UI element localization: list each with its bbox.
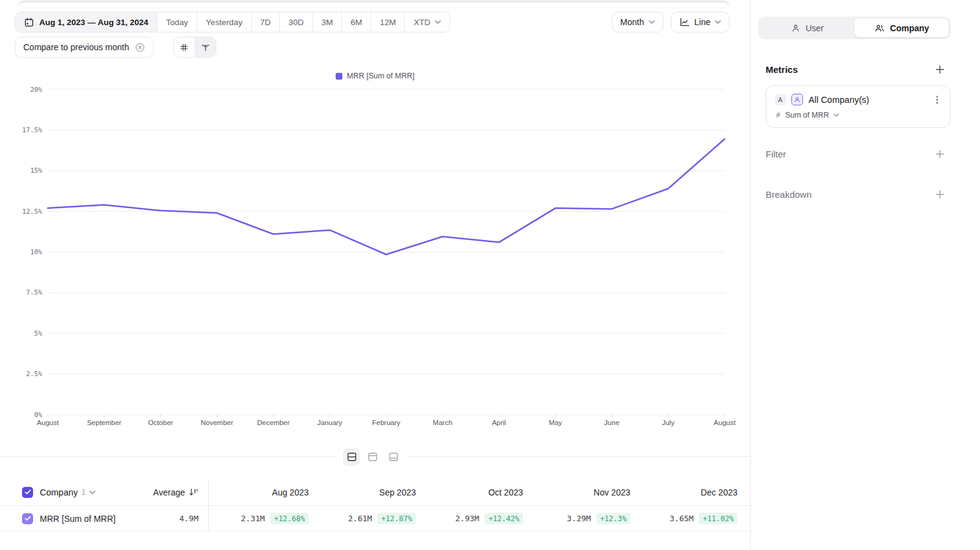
compare-chip[interactable]: Compare to previous month [15,37,154,58]
month-column-header[interactable]: Nov 2023 [530,479,638,505]
table-header-row: Company 1 Average Aug 2023S [0,479,750,506]
month-cell: 3.29M+12.3% [530,506,638,531]
grid-toggle-button[interactable] [174,37,195,57]
number-type-icon: # [776,111,780,119]
metrics-heading: Metrics [766,64,798,75]
filter-section-header: Filter [766,149,945,159]
layout-bottom-icon [388,452,399,462]
plus-icon [935,64,945,75]
average-header-label: Average [153,488,185,497]
add-metric-button[interactable] [935,64,945,75]
month-column-header[interactable]: Dec 2023 [638,479,745,505]
entity-count: 1 [81,488,86,497]
quick-range-3m[interactable]: 3M [313,12,342,32]
plus-icon [935,149,945,159]
chevron-down-icon [834,113,839,117]
date-range-button[interactable]: Aug 1, 2023 — Aug 31, 2024 [15,12,157,32]
config-sidebar: User Company Metrics A [750,0,980,550]
quick-range-6m[interactable]: 6M [342,12,371,32]
month-value: 2.93M [455,514,479,523]
quick-range-12m[interactable]: 12M [371,12,405,32]
aggregation-selector[interactable]: # Sum of MRR [775,111,941,119]
metric-name: All Company(s) [809,95,869,105]
series-checkbox[interactable] [22,513,33,524]
breakdown-heading: Breakdown [766,189,812,200]
layout-chart-only-button[interactable] [364,448,381,465]
add-breakdown-button[interactable] [935,189,945,200]
layout-split-icon [347,452,357,462]
month-headers: Aug 2023Sep 2023Oct 2023Nov 2023Dec 2023 [209,479,750,505]
series-row-label: MRR [Sum of MRR] [40,514,116,524]
delta-badge: +12.87% [377,513,416,524]
grid-icon [179,42,189,53]
chart-legend-item[interactable]: MRR [Sum of MRR] [336,72,414,80]
month-column-header[interactable]: Aug 2023 [209,479,316,505]
month-column-header[interactable]: Sep 2023 [316,479,423,505]
svg-text:17.5%: 17.5% [22,126,42,134]
quick-range-30d[interactable]: 30D [280,12,313,32]
company-avatar-icon [791,94,803,105]
metric-card[interactable]: A All Company(s) # Sum of MRR [766,85,951,128]
metrics-section-header: Metrics [766,64,945,75]
card-top-edge [18,2,728,7]
granularity-dropdown[interactable]: Month [612,12,663,32]
chart-option-toggles [173,37,216,58]
chevron-down-icon [715,20,721,24]
user-icon [791,23,801,33]
month-cell: 2.61M+12.87% [316,506,423,531]
month-cell: 2.93M+12.42% [423,506,530,531]
align-top-toggle-button[interactable] [195,37,216,57]
calendar-icon [24,17,34,28]
average-column-header[interactable]: Average [153,488,198,497]
svg-text:December: December [257,419,290,426]
tab-user[interactable]: User [760,18,854,37]
close-circle-icon[interactable] [135,42,145,53]
quick-range-7d[interactable]: 7D [252,12,280,32]
legend-label: MRR [Sum of MRR] [347,72,414,80]
month-value: 2.31M [241,514,265,523]
kebab-menu-icon[interactable] [933,95,941,105]
metric-card-header: A All Company(s) [775,94,941,105]
tab-company[interactable]: Company [854,18,949,37]
month-value: 3.29M [567,514,591,523]
svg-text:May: May [549,419,562,426]
month-column-header[interactable]: Oct 2023 [423,479,530,505]
quick-range-yesterday[interactable]: Yesterday [197,12,252,32]
chevron-down-icon [649,20,655,24]
layout-split-button[interactable] [343,448,360,465]
table-row-left: MRR [Sum of MRR] 4.9M [0,506,209,531]
table-row: MRR [Sum of MRR] 4.9M 2.31M+12.68%2.61M+… [0,506,750,532]
svg-text:September: September [87,419,121,426]
quick-range-xtd[interactable]: XTD [405,12,450,32]
plus-icon [935,189,945,200]
month-value: 2.61M [348,514,372,523]
arrow-up-to-line-icon [200,42,211,53]
add-filter-button[interactable] [935,149,945,159]
svg-text:10%: 10% [30,248,42,256]
select-all-checkbox[interactable] [22,487,33,498]
delta-badge: +12.42% [484,513,523,524]
line-chart[interactable]: 0%2.5%5%7.5%10%12.5%15%17.5%20%AugustSep… [0,86,750,430]
aggregation-label: Sum of MRR [785,111,829,119]
breakdown-section-header: Breakdown [766,189,945,200]
chart-type-label: Line [695,17,710,27]
filter-heading: Filter [766,149,786,159]
svg-text:0%: 0% [34,411,43,419]
svg-text:7.5%: 7.5% [26,288,43,296]
legend-swatch [336,73,342,80]
entity-column-header[interactable]: Company 1 [40,488,96,497]
svg-text:August: August [37,419,59,426]
chevron-down-icon [89,491,96,494]
layout-table-only-button[interactable] [385,448,402,465]
chart-type-dropdown[interactable]: Line [671,12,729,32]
check-icon [24,489,31,495]
date-range-label: Aug 1, 2023 — Aug 31, 2024 [39,18,148,27]
svg-text:November: November [201,419,233,426]
line-chart-icon [679,17,690,28]
month-cell: 3.65M+11.02% [638,506,745,531]
entity-header-label: Company [40,488,78,497]
delta-badge: +12.3% [597,513,630,524]
users-icon [874,23,885,33]
quick-range-today[interactable]: Today [157,12,197,32]
svg-text:20%: 20% [30,86,42,94]
